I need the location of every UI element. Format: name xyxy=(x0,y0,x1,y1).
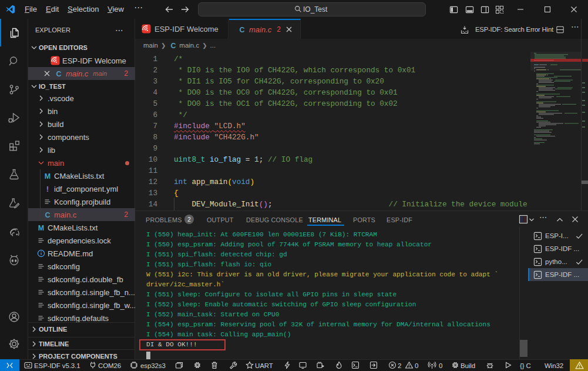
svg-text:C: C xyxy=(56,70,61,78)
svg-text:C: C xyxy=(171,42,176,50)
svg-text:C: C xyxy=(239,26,244,34)
svg-text:M: M xyxy=(45,172,51,181)
svg-text:C: C xyxy=(45,211,50,219)
svg-text:M: M xyxy=(38,224,44,232)
svg-text:!: ! xyxy=(46,185,49,193)
